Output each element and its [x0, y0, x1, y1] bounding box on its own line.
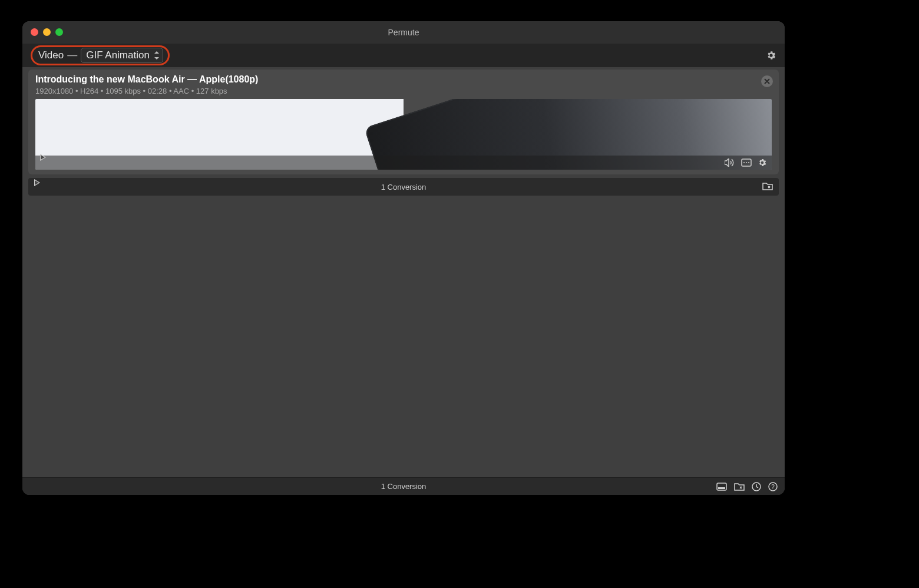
conversion-count-label: 1 Conversion: [381, 183, 427, 191]
svg-rect-4: [717, 483, 726, 490]
toolbar-settings-button[interactable]: [766, 50, 776, 61]
item-play-button[interactable]: [40, 157, 46, 168]
folder-export-icon: [734, 482, 745, 491]
chevron-up-down-icon: [154, 51, 160, 60]
status-help-button[interactable]: ?: [768, 482, 778, 491]
format-preset-value: GIF Animation: [86, 49, 150, 61]
clock-icon: [752, 482, 761, 491]
close-window-button[interactable]: [31, 28, 38, 36]
content-area: Introducing the new MacBook Air — Apple(…: [22, 67, 785, 477]
svg-text:?: ?: [771, 484, 775, 490]
status-bar: 1 Conversion ?: [22, 477, 785, 495]
play-icon: [40, 154, 46, 170]
title-bar: Permute: [22, 21, 785, 44]
window-title: Permute: [22, 28, 785, 37]
thumbnail-overlay: [35, 156, 772, 170]
conversion-bar: 1 Conversion: [28, 178, 779, 196]
format-separator: —: [67, 49, 77, 61]
folder-export-icon: [762, 181, 773, 191]
item-header: Introducing the new MacBook Air — Apple(…: [28, 70, 779, 99]
format-type-label: Video: [38, 49, 64, 61]
svg-point-3: [748, 162, 749, 163]
svg-point-2: [746, 162, 747, 163]
app-window: Permute Video — GIF Animation Introducin…: [22, 21, 785, 495]
svg-point-1: [743, 162, 745, 163]
status-presets-button[interactable]: [716, 482, 727, 491]
minimize-window-button[interactable]: [43, 28, 51, 36]
item-action-icons: [725, 158, 767, 167]
gear-icon: [766, 50, 776, 61]
gear-icon: [758, 158, 767, 167]
status-history-button[interactable]: [752, 482, 761, 491]
format-toolbar: Video — GIF Animation: [22, 44, 785, 67]
zoom-window-button[interactable]: [55, 28, 63, 36]
presets-icon: [716, 483, 727, 491]
output-folder-button[interactable]: [762, 181, 773, 193]
remove-item-button[interactable]: [761, 75, 773, 87]
start-all-button[interactable]: [34, 183, 40, 191]
video-thumbnail[interactable]: [35, 99, 772, 170]
item-meta: 1920x1080 • H264 • 1095 kbps • 02:28 • A…: [35, 87, 753, 95]
status-icons: ?: [716, 482, 778, 491]
svg-rect-5: [718, 487, 725, 489]
format-preset-dropdown[interactable]: GIF Animation: [81, 48, 163, 63]
help-icon: ?: [768, 482, 778, 491]
status-folder-button[interactable]: [734, 482, 745, 491]
play-icon: [34, 179, 40, 195]
traffic-lights: [31, 28, 63, 36]
close-icon: [764, 78, 770, 84]
speaker-icon: [725, 158, 735, 167]
item-settings-button[interactable]: [758, 158, 767, 167]
item-title: Introducing the new MacBook Air — Apple(…: [35, 74, 753, 85]
conversion-item: Introducing the new MacBook Air — Apple(…: [28, 70, 779, 174]
status-label: 1 Conversion: [381, 482, 427, 491]
format-selector-highlight: Video — GIF Animation: [31, 45, 170, 65]
item-subtitle-button[interactable]: [741, 158, 752, 167]
subtitle-icon: [741, 158, 752, 167]
item-audio-button[interactable]: [725, 158, 735, 167]
